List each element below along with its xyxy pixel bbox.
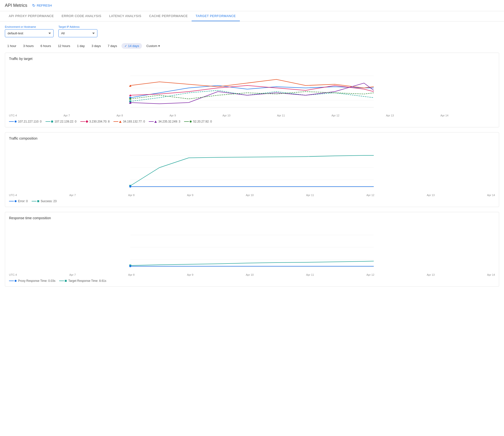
refresh-label: REFRESH (37, 4, 52, 7)
time-btn-1d[interactable]: 1 day (75, 43, 87, 49)
chevron-down-icon: ▾ (158, 44, 160, 48)
chart3-area (9, 223, 495, 272)
filters-bar: Environment or Hostname default-test Tar… (0, 21, 504, 41)
tab-target[interactable]: TARGET PERFORMANCE (192, 11, 240, 21)
page-title: API Metrics (5, 3, 27, 8)
chart3-svg (9, 223, 495, 272)
chart2-svg (9, 143, 495, 192)
legend-item-3: 3.230.204.70: 8 (80, 120, 110, 123)
time-btn-12h[interactable]: 12 hours (56, 43, 73, 49)
tab-error-code[interactable]: ERROR CODE ANALYSIS (58, 11, 105, 21)
environment-select[interactable]: default-test (5, 29, 54, 37)
svg-point-21 (129, 265, 131, 267)
time-range-bar: 1 hour 3 hours 6 hours 12 hours 1 day 3 … (0, 41, 504, 53)
time-btn-3h[interactable]: 3 hours (21, 43, 36, 49)
environment-label: Environment or Hostname (5, 25, 54, 28)
legend-item-6: 52.20.27.92: 0 (184, 120, 212, 123)
tab-cache[interactable]: CACHE PERFORMANCE (145, 11, 192, 21)
chart2-title: Traffic composition (9, 136, 495, 140)
checkmark-icon: ✓ (124, 44, 127, 48)
tabs-bar: API PROXY PERFORMANCE ERROR CODE ANALYSI… (0, 11, 504, 21)
chart1-area (9, 64, 495, 113)
time-btn-3d[interactable]: 3 days (89, 43, 103, 49)
time-btn-1h[interactable]: 1 hour (5, 43, 19, 49)
legend-error: Error: 0 (9, 199, 28, 203)
header: API Metrics ↻ REFRESH (0, 0, 504, 11)
legend-item-2: 107.22.139.22: 0 (46, 120, 76, 123)
chart1-legend: 107.21.227.110: 0 107.22.139.22: 0 3.230… (9, 120, 495, 123)
refresh-icon: ↻ (32, 3, 35, 8)
chart1-x-axis: UTC-4 Apr 7 Apr 8 Apr 9 Apr 10 Apr 11 Ap… (9, 114, 495, 118)
chart2-x-axis: UTC-4 Apr 7 Apr 8 Apr 9 Apr 10 Apr 11 Ap… (9, 194, 495, 198)
chart2-area (9, 143, 495, 193)
refresh-button[interactable]: ↻ REFRESH (32, 3, 52, 8)
legend-success: Success: 23 (32, 199, 56, 203)
chart3-legend: Proxy Response Time: 0.03s Target Respon… (9, 279, 495, 283)
tab-latency[interactable]: LATENCY ANALYSIS (105, 11, 145, 21)
legend-proxy-response: Proxy Response Time: 0.03s (9, 279, 55, 283)
tab-api-proxy[interactable]: API PROXY PERFORMANCE (5, 11, 58, 21)
legend-target-response: Target Response Time: 8.61s (59, 279, 106, 283)
response-time-chart: Response time composition UTC-4 Apr 7 Ap… (5, 212, 499, 287)
target-ip-label: Target IP Address (58, 25, 97, 28)
chart1-svg (9, 64, 495, 112)
legend-item-5: 34.235.32.249: 3 (149, 120, 180, 123)
chart1-title: Traffic by target (9, 57, 495, 61)
time-btn-14d[interactable]: ✓ 14 days (121, 43, 142, 49)
environment-filter: Environment or Hostname default-test (5, 25, 54, 37)
target-ip-filter: Target IP Address All (58, 25, 97, 37)
legend-item-4: 34.193.132.77: 0 (113, 120, 145, 123)
chart3-x-axis: UTC-4 Apr 7 Apr 8 Apr 9 Apr 10 Apr 11 Ap… (9, 273, 495, 277)
chart3-title: Response time composition (9, 216, 495, 220)
target-ip-select[interactable]: All (58, 29, 97, 37)
svg-marker-7 (129, 85, 131, 87)
time-btn-custom[interactable]: Custom ▾ (144, 43, 162, 49)
legend-item-1: 107.21.227.110: 0 (9, 120, 42, 123)
time-btn-6h[interactable]: 6 hours (38, 43, 53, 49)
traffic-composition-chart: Traffic composition UTC-4 Apr 7 Apr 8 Ap… (5, 132, 499, 207)
svg-point-9 (129, 98, 131, 100)
time-btn-7d[interactable]: 7 days (105, 43, 119, 49)
svg-point-15 (129, 186, 131, 188)
traffic-by-target-chart: Traffic by target (5, 53, 499, 127)
chart2-legend: Error: 0 Success: 23 (9, 199, 495, 203)
